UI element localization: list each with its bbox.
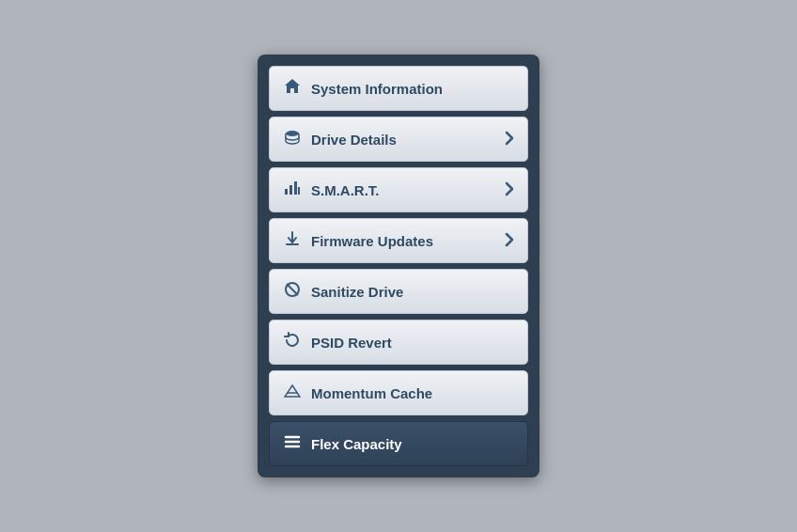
svg-point-0 bbox=[286, 131, 299, 136]
menu-item-psid-revert[interactable]: PSID Revert bbox=[269, 320, 528, 365]
menu-label-system-information: System Information bbox=[311, 81, 443, 97]
firmware-icon bbox=[283, 230, 302, 251]
menu-label-momentum-cache: Momentum Cache bbox=[311, 385, 432, 401]
menu-label-drive-details: Drive Details bbox=[311, 132, 397, 148]
menu-item-left: System Information bbox=[283, 78, 443, 99]
menu-label-firmware-updates: Firmware Updates bbox=[311, 233, 433, 249]
drive-icon bbox=[283, 129, 302, 149]
menu-item-drive-details[interactable]: Drive Details bbox=[269, 117, 528, 162]
flex-icon bbox=[283, 433, 302, 454]
menu-item-left: S.M.A.R.T. bbox=[283, 180, 380, 200]
menu-item-flex-capacity[interactable]: Flex Capacity bbox=[269, 421, 528, 466]
sanitize-icon bbox=[283, 281, 302, 302]
chevron-right-icon bbox=[505, 181, 514, 199]
chevron-right-icon bbox=[505, 232, 514, 250]
home-icon bbox=[283, 78, 302, 99]
svg-rect-3 bbox=[294, 181, 297, 195]
menu-label-smart: S.M.A.R.T. bbox=[311, 182, 380, 198]
menu-label-psid-revert: PSID Revert bbox=[311, 335, 392, 351]
menu-item-left: PSID Revert bbox=[283, 332, 392, 352]
svg-rect-4 bbox=[298, 187, 300, 195]
psid-icon bbox=[283, 332, 302, 352]
svg-rect-2 bbox=[289, 185, 292, 195]
menu-panel: System Information Drive Details S.M.A.R… bbox=[258, 55, 539, 477]
smart-icon bbox=[283, 180, 302, 200]
menu-label-flex-capacity: Flex Capacity bbox=[311, 436, 402, 452]
svg-marker-7 bbox=[285, 385, 300, 397]
menu-item-momentum-cache[interactable]: Momentum Cache bbox=[269, 370, 528, 415]
svg-rect-1 bbox=[285, 189, 288, 195]
menu-item-sanitize-drive[interactable]: Sanitize Drive bbox=[269, 269, 528, 314]
menu-item-left: Sanitize Drive bbox=[283, 281, 403, 302]
menu-item-left: Momentum Cache bbox=[283, 383, 432, 403]
menu-item-firmware-updates[interactable]: Firmware Updates bbox=[269, 218, 528, 263]
menu-item-left: Drive Details bbox=[283, 129, 397, 149]
menu-label-sanitize-drive: Sanitize Drive bbox=[311, 284, 403, 300]
menu-item-left: Firmware Updates bbox=[283, 230, 433, 251]
chevron-right-icon bbox=[505, 131, 514, 149]
svg-line-6 bbox=[287, 284, 298, 295]
menu-item-left: Flex Capacity bbox=[283, 433, 402, 454]
momentum-icon bbox=[283, 383, 302, 403]
menu-item-smart[interactable]: S.M.A.R.T. bbox=[269, 167, 528, 212]
menu-item-system-information[interactable]: System Information bbox=[269, 66, 528, 111]
